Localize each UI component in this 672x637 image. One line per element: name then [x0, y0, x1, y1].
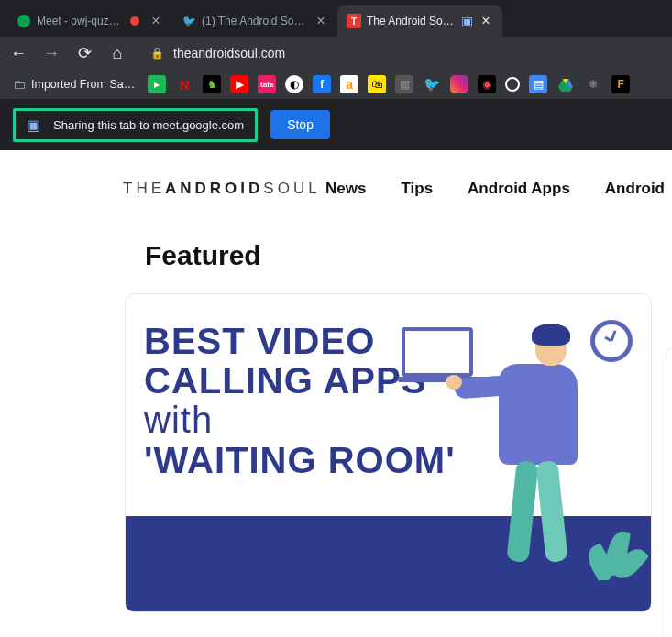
tab-title: The Android Soul - Androi	[367, 15, 456, 27]
bookmark-globe-icon[interactable]	[505, 77, 520, 92]
bookmark-youtube-icon[interactable]: ▶	[230, 75, 248, 93]
url-host: theandroidsoul.com	[173, 46, 285, 60]
bookmark-icon[interactable]: ◐	[285, 75, 303, 93]
logo-part: THE	[123, 180, 165, 197]
bookmark-tatasky-icon[interactable]: tata	[258, 75, 276, 93]
main-nav: News Tips Android Apps Android	[325, 180, 665, 198]
bookmark-netflix-icon[interactable]: N	[175, 75, 193, 93]
screen-share-icon: ▣	[461, 14, 473, 28]
browser-toolbar: ← → ⟳ ⌂ 🔒 theandroidsoul.com	[0, 37, 672, 70]
tab-strip: Meet - owj-quzx-yzs × 🐦 (1) The Android …	[0, 0, 672, 37]
close-icon[interactable]: ×	[149, 14, 163, 28]
home-button[interactable]: ⌂	[106, 42, 128, 64]
forward-button[interactable]: →	[40, 42, 62, 64]
share-screen-icon: ▣	[27, 116, 40, 134]
bookmark-amazon-icon[interactable]: a	[340, 75, 358, 93]
logo-part: SOUL	[263, 180, 320, 197]
laptop-icon	[402, 327, 473, 377]
lock-icon: 🔒	[150, 47, 164, 60]
share-indicator: ▣ Sharing this tab to meet.google.com	[13, 108, 258, 142]
folder-icon: 🗀	[13, 77, 26, 92]
tab-meet[interactable]: Meet - owj-quzx-yzs ×	[7, 5, 172, 37]
reload-button[interactable]: ⟳	[73, 42, 95, 64]
meet-favicon-icon	[17, 14, 31, 28]
next-card-peek[interactable]	[666, 346, 672, 637]
bookmark-facebook-icon[interactable]: f	[313, 75, 331, 93]
bookmark-icon[interactable]: F	[611, 75, 630, 93]
svg-marker-2	[568, 79, 574, 87]
back-button[interactable]: ←	[7, 42, 29, 64]
nav-apps[interactable]: Android Apps	[468, 180, 570, 198]
logo-part: ANDROID	[165, 180, 263, 197]
page-content: THEANDROIDSOUL News Tips Android Apps An…	[0, 150, 672, 637]
nav-news[interactable]: News	[325, 180, 366, 198]
folder-label: Imported From Sa…	[31, 78, 135, 91]
share-bar: ▣ Sharing this tab to meet.google.com St…	[0, 99, 672, 150]
site-logo[interactable]: THEANDROIDSOUL	[123, 180, 321, 198]
bookmark-rumble-icon[interactable]: ▸	[148, 75, 166, 93]
bookmark-chess-icon[interactable]: ♞	[203, 75, 221, 93]
tab-title: Meet - owj-quzx-yzs	[37, 15, 125, 27]
bookmark-flipkart-icon[interactable]: 🛍	[368, 75, 386, 93]
bookmarks-folder[interactable]: 🗀 Imported From Sa…	[9, 77, 138, 92]
bookmark-drive-icon[interactable]	[556, 75, 575, 93]
clock-icon	[590, 320, 633, 362]
site-header: THEANDROIDSOUL News Tips Android Apps An…	[4, 167, 665, 211]
bookmark-icon[interactable]: ◉	[478, 75, 496, 93]
bookmark-icon[interactable]: ❋	[584, 75, 602, 93]
tab-twitter[interactable]: 🐦 (1) The Android Soul (@TheAn ×	[172, 5, 337, 37]
url-bar[interactable]: 🔒 theandroidsoul.com	[139, 46, 665, 60]
plant-illustration	[587, 522, 642, 604]
person-illustration	[429, 327, 585, 584]
nav-tips[interactable]: Tips	[401, 180, 433, 198]
twitter-favicon-icon: 🐦	[182, 14, 196, 28]
stop-share-button[interactable]: Stop	[270, 110, 330, 139]
bookmarks-bar: 🗀 Imported From Sa… ▸ N ♞ ▶ tata ◐ f a 🛍…	[0, 70, 672, 99]
bookmark-grey-icon[interactable]: ▦	[395, 75, 413, 93]
androidsoul-favicon-icon: T	[347, 14, 361, 28]
recording-indicator-icon	[130, 16, 139, 26]
close-icon[interactable]: ×	[479, 14, 493, 28]
share-text: Sharing this tab to meet.google.com	[53, 118, 244, 132]
bookmark-icon[interactable]: ▤	[529, 75, 547, 93]
bookmark-twitter-icon[interactable]: 🐦	[423, 75, 441, 93]
nav-android[interactable]: Android	[605, 180, 665, 198]
tab-androidsoul[interactable]: T The Android Soul - Androi ▣ ×	[337, 5, 502, 37]
featured-heading: Featured	[145, 240, 665, 271]
bookmark-instagram-icon[interactable]	[450, 75, 468, 93]
tab-title: (1) The Android Soul (@TheAn	[202, 15, 308, 27]
featured-card[interactable]: BEST VIDEO CALLING APPS with 'WAITING RO…	[125, 293, 652, 612]
close-icon[interactable]: ×	[314, 14, 328, 28]
